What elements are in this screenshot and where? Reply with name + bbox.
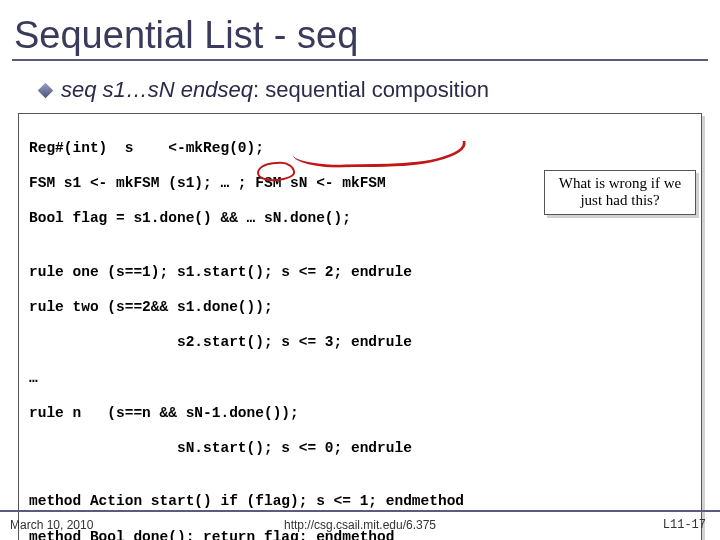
code-line: rule one (s==1); s1.start(); s <= 2; end…	[29, 264, 691, 282]
code-line: rule two (s==2&& s1.done());	[29, 299, 691, 317]
footer-url: http://csg.csail.mit.edu/6.375	[0, 518, 720, 532]
code-line: s2.start(); s <= 3; endrule	[29, 334, 691, 352]
title-rule	[12, 59, 708, 61]
callout-box: What is wrong if we just had this?	[544, 170, 696, 215]
bullet-italics: seq s1…sN endseq	[61, 77, 253, 102]
code-line: Reg#(int) s <-mkReg(0);	[29, 140, 691, 158]
bullet-rest: : sequential composition	[253, 77, 489, 102]
bullet-text: seq s1…sN endseq: sequential composition	[61, 77, 489, 103]
slide-title: Sequential List - seq	[0, 0, 720, 59]
code-line: method Action start() if (flag); s <= 1;…	[29, 493, 691, 511]
code-line: sN.start(); s <= 0; endrule	[29, 440, 691, 458]
code-line: …	[29, 370, 691, 388]
footer-slide-number: L11-17	[663, 518, 706, 532]
code-line: rule n (s==n && sN-1.done());	[29, 405, 691, 423]
footer-rule	[0, 510, 720, 512]
bullet-line: seq s1…sN endseq: sequential composition	[40, 77, 720, 103]
diamond-bullet-icon	[38, 82, 54, 98]
